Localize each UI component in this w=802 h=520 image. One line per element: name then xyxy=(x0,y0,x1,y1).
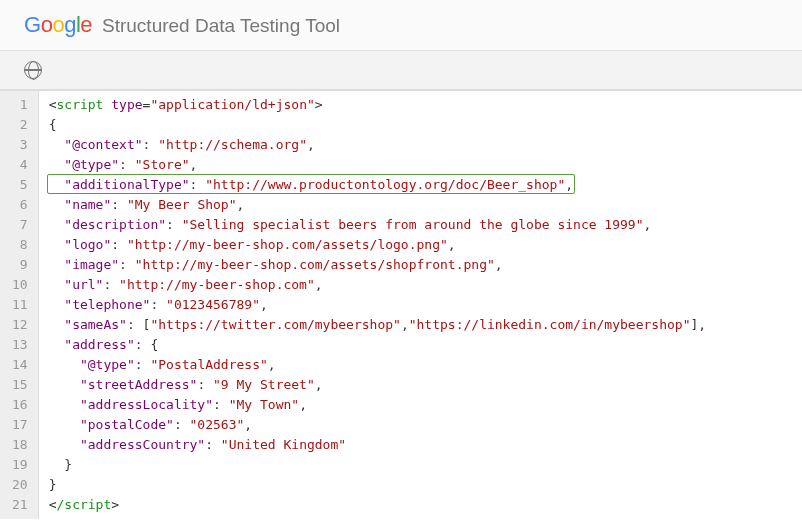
code-line: "@type": "Store", xyxy=(49,155,706,175)
code-line: "addressLocality": "My Town", xyxy=(49,395,706,415)
code-line: "telephone": "0123456789", xyxy=(49,295,706,315)
globe-icon[interactable] xyxy=(24,61,42,79)
line-gutter: 123456789101112131415161718192021 xyxy=(0,91,39,519)
code-line: "sameAs": ["https://twitter.com/mybeersh… xyxy=(49,315,706,335)
line-number: 6 xyxy=(12,195,28,215)
code-line: <script type="application/ld+json"> xyxy=(49,95,706,115)
toolbar xyxy=(0,51,802,90)
code-line: </script> xyxy=(49,495,706,515)
line-number: 13 xyxy=(12,335,28,355)
line-number: 2 xyxy=(12,115,28,135)
code-line: "image": "http://my-beer-shop.com/assets… xyxy=(49,255,706,275)
code-line: "streetAddress": "9 My Street", xyxy=(49,375,706,395)
code-line: "additionalType": "http://www.productont… xyxy=(49,175,706,195)
code-line: "description": "Selling specialist beers… xyxy=(49,215,706,235)
code-body[interactable]: <script type="application/ld+json">{ "@c… xyxy=(39,91,716,519)
line-number: 14 xyxy=(12,355,28,375)
app-header: Google Structured Data Testing Tool xyxy=(0,0,802,51)
line-number: 3 xyxy=(12,135,28,155)
line-number: 1 xyxy=(12,95,28,115)
line-number: 21 xyxy=(12,495,28,515)
line-number: 15 xyxy=(12,375,28,395)
code-line: "url": "http://my-beer-shop.com", xyxy=(49,275,706,295)
line-number: 5 xyxy=(12,175,28,195)
line-number: 9 xyxy=(12,255,28,275)
code-line: } xyxy=(49,455,706,475)
line-number: 8 xyxy=(12,235,28,255)
line-number: 11 xyxy=(12,295,28,315)
line-number: 17 xyxy=(12,415,28,435)
code-line: "@context": "http://schema.org", xyxy=(49,135,706,155)
line-number: 12 xyxy=(12,315,28,335)
google-logo: Google xyxy=(24,12,92,38)
line-number: 7 xyxy=(12,215,28,235)
code-line: "address": { xyxy=(49,335,706,355)
code-editor: 123456789101112131415161718192021 <scrip… xyxy=(0,90,802,519)
tool-title: Structured Data Testing Tool xyxy=(102,15,340,37)
code-line: { xyxy=(49,115,706,135)
line-number: 10 xyxy=(12,275,28,295)
code-line: "@type": "PostalAddress", xyxy=(49,355,706,375)
code-line: "postalCode": "02563", xyxy=(49,415,706,435)
code-line: "logo": "http://my-beer-shop.com/assets/… xyxy=(49,235,706,255)
line-number: 19 xyxy=(12,455,28,475)
code-line: "name": "My Beer Shop", xyxy=(49,195,706,215)
line-number: 20 xyxy=(12,475,28,495)
line-number: 16 xyxy=(12,395,28,415)
line-number: 18 xyxy=(12,435,28,455)
code-line: "addressCountry": "United Kingdom" xyxy=(49,435,706,455)
code-line: } xyxy=(49,475,706,495)
line-number: 4 xyxy=(12,155,28,175)
